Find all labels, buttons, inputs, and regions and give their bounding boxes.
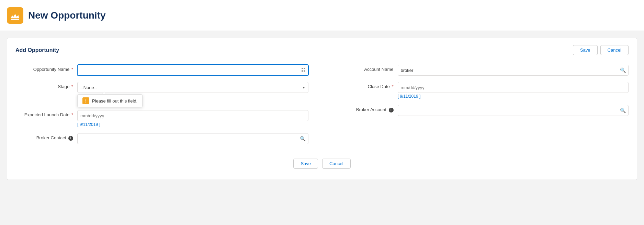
broker-contact-label: Broker Contact i [15,133,77,141]
stage-row: Stage * --None-- ▼ ! [15,82,308,93]
account-name-row: Account Name 🔍 [336,65,629,76]
expected-launch-date-input[interactable] [77,110,308,121]
opportunity-name-input[interactable] [77,65,308,76]
left-column: Opportunity Name * ☷ Stage * [15,65,308,150]
broker-contact-input[interactable] [77,133,308,144]
broker-account-row: Broker Account i 🔍 [336,105,629,116]
stage-select-wrap: --None-- ▼ [77,82,308,93]
close-date-row: Close Date * [ 9/11/2019 ] [336,82,629,99]
expected-launch-date-hint[interactable]: [ 9/11/2019 ] [77,122,308,127]
broker-account-input-wrap: 🔍 [398,105,629,116]
expected-launch-date-label: Expected Launch Date * [15,110,77,117]
stage-select[interactable]: --None-- [77,82,308,93]
bottom-actions: Save Cancel [15,159,629,169]
cancel-button-top[interactable]: Cancel [600,45,629,55]
expected-launch-required-star: * [71,112,73,117]
form-card: Add Opportunity Save Cancel Opportunity … [7,38,637,180]
expected-launch-date-row: Expected Launch Date * [ 9/11/2019 ] [15,110,308,127]
opportunity-name-row: Opportunity Name * ☷ [15,65,308,76]
broker-account-input[interactable] [398,105,629,116]
broker-contact-input-wrap: 🔍 [77,133,308,144]
account-name-field-wrap: 🔍 [398,65,629,76]
stage-required-star: * [71,84,73,89]
broker-contact-field-wrap: 🔍 [77,133,308,144]
broker-contact-row: Broker Contact i 🔍 [15,133,308,144]
cancel-button-bottom[interactable]: Cancel [322,159,350,169]
validation-tooltip: ! Please fill out this field. [77,94,143,107]
close-date-input[interactable] [398,82,629,93]
opportunity-name-field-wrap: ☷ [77,65,308,76]
stage-label: Stage * [15,82,77,89]
page-header: New Opportunity [0,0,644,31]
form-grid: Opportunity Name * ☷ Stage * [15,65,629,150]
main-content: Add Opportunity Save Cancel Opportunity … [0,31,644,225]
expected-launch-date-field-wrap: [ 9/11/2019 ] [77,110,308,127]
right-column: Account Name 🔍 Close Date * [336,65,629,150]
page-title: New Opportunity [28,10,106,21]
opportunity-name-input-wrap: ☷ [77,65,308,76]
close-date-label: Close Date * [336,82,398,89]
broker-contact-info-icon[interactable]: i [68,136,73,141]
broker-account-field-wrap: 🔍 [398,105,629,116]
close-date-field-wrap: [ 9/11/2019 ] [398,82,629,99]
broker-account-search-icon[interactable]: 🔍 [620,108,626,113]
save-button-bottom[interactable]: Save [293,159,318,169]
account-name-input-wrap: 🔍 [398,65,629,76]
tooltip-message: Please fill out this field. [92,98,137,104]
broker-account-info-icon[interactable]: i [389,108,394,112]
opportunity-name-label: Opportunity Name * [15,65,77,72]
stage-field-wrap: --None-- ▼ ! Please fill out this field. [77,82,308,93]
broker-contact-search-icon[interactable]: 🔍 [300,136,306,141]
warning-icon: ! [82,97,89,104]
section-title: Add Opportunity [15,47,59,53]
save-button-top[interactable]: Save [573,45,598,55]
required-star: * [71,67,73,72]
close-date-required-star: * [392,84,393,89]
tooltip-box: ! Please fill out this field. [77,94,143,107]
app-icon [7,7,23,24]
account-name-input[interactable] [398,65,629,76]
account-name-search-icon[interactable]: 🔍 [620,67,626,73]
lookup-icon[interactable]: ☷ [301,67,306,73]
form-card-header: Add Opportunity Save Cancel [15,45,629,55]
close-date-hint[interactable]: [ 9/11/2019 ] [398,94,629,99]
header-actions: Save Cancel [573,45,629,55]
crown-icon [10,11,20,20]
broker-account-label: Broker Account i [336,105,398,112]
account-name-label: Account Name [336,65,398,72]
